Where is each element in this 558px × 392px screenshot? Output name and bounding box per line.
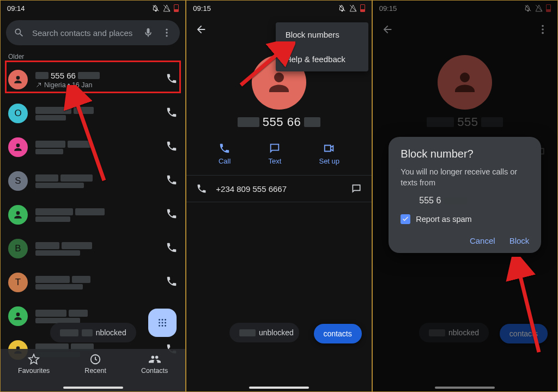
phone-icon <box>196 183 207 194</box>
check-icon <box>402 215 409 223</box>
signal-icon <box>163 4 171 12</box>
call-button[interactable] <box>166 73 178 87</box>
avatar: T <box>8 273 28 292</box>
svg-line-14 <box>241 46 287 85</box>
status-bar: 09:15 <box>186 1 371 16</box>
call-row[interactable]: T <box>1 266 185 299</box>
star-icon <box>28 353 40 365</box>
battery-low-icon <box>174 4 179 12</box>
panel-contact-menu: 09:15 555 66 Call Text Set up <box>186 0 372 392</box>
panel-block-dialog: 09:15 555 Block number? You will no long… <box>372 0 558 392</box>
contact-display-number: 555 66 <box>186 115 371 129</box>
annotation-arrow <box>235 41 295 93</box>
group-icon <box>149 353 161 365</box>
nav-favourites[interactable]: Favourites <box>18 353 50 375</box>
section-label-older: Older <box>1 50 185 63</box>
annotation-arrow <box>63 85 112 185</box>
search-icon <box>14 27 25 38</box>
clock: 09:15 <box>193 4 211 13</box>
spam-checkbox-row[interactable]: Report as spam <box>401 214 529 224</box>
avatar: O <box>8 104 28 123</box>
call-row[interactable]: B <box>1 232 185 266</box>
avatar <box>8 306 28 326</box>
action-setup[interactable]: Set up <box>319 142 339 165</box>
toast-unblocked: unblocked <box>229 323 299 342</box>
block-dialog: Block number? You will no longer receive… <box>389 137 541 253</box>
phone-number-full: +234 809 555 6667 <box>216 184 287 194</box>
svg-line-13 <box>73 92 104 180</box>
status-icons <box>338 4 365 12</box>
nav-handle <box>63 387 123 389</box>
clock: 09:14 <box>7 4 25 13</box>
clock-icon <box>89 353 101 365</box>
call-button[interactable] <box>166 242 178 256</box>
dialog-number: 555 6 <box>401 196 529 206</box>
dialog-block[interactable]: Block <box>510 236 530 245</box>
status-icons <box>152 4 179 12</box>
toast-unblocked: nblocked <box>50 323 136 342</box>
call-row[interactable] <box>1 198 185 232</box>
svg-line-15 <box>517 263 539 352</box>
dnd-icon <box>152 4 160 12</box>
spam-label: Report as spam <box>416 215 471 224</box>
contacts-pill[interactable]: contacts <box>314 324 362 343</box>
dialpad-fab[interactable] <box>148 309 177 337</box>
person-icon <box>13 311 23 322</box>
call-button[interactable] <box>166 106 178 120</box>
avatar: B <box>8 239 28 258</box>
phone-icon <box>219 142 231 154</box>
search-placeholder: Search contacts and places <box>32 28 135 38</box>
person-icon <box>13 74 23 85</box>
action-call[interactable]: Call <box>219 142 231 165</box>
action-text[interactable]: Text <box>268 142 281 165</box>
back-button[interactable] <box>195 23 207 38</box>
person-icon <box>13 142 23 153</box>
nav-recent[interactable]: Recent <box>84 353 106 375</box>
more-icon[interactable] <box>161 27 172 38</box>
message-icon <box>269 142 281 154</box>
avatar <box>8 70 28 89</box>
outgoing-call-icon <box>35 82 42 88</box>
panel-recents: 09:14 Search contacts and places Older 5… <box>0 0 186 392</box>
dialog-body: You will no longer receive calls or text… <box>401 167 529 188</box>
status-bar: 09:14 <box>1 1 185 16</box>
bottom-nav: Favourites Recent Contacts <box>1 349 185 391</box>
call-button[interactable] <box>166 275 178 290</box>
message-icon[interactable] <box>351 183 362 194</box>
mic-icon[interactable] <box>143 27 154 38</box>
avatar <box>8 137 28 157</box>
checkbox-checked[interactable] <box>401 214 410 224</box>
avatar: S <box>8 171 28 191</box>
dialog-cancel[interactable]: Cancel <box>470 236 495 245</box>
contact-actions: Call Text Set up <box>186 139 371 175</box>
dialog-title: Block number? <box>401 148 529 160</box>
call-button[interactable] <box>166 174 178 188</box>
row-number-fragment: 555 66 <box>51 71 76 80</box>
dialpad-icon <box>156 317 168 329</box>
call-button[interactable] <box>166 140 178 154</box>
call-button[interactable] <box>166 208 178 222</box>
dnd-icon <box>338 4 346 12</box>
signal-icon <box>349 4 357 12</box>
battery-low-icon <box>360 4 365 12</box>
video-icon <box>323 142 335 154</box>
person-icon <box>13 209 23 220</box>
phone-detail-row[interactable]: +234 809 555 6667 <box>186 175 371 202</box>
avatar <box>8 205 28 225</box>
annotation-arrow <box>487 257 547 357</box>
search-bar[interactable]: Search contacts and places <box>6 20 180 45</box>
nav-contacts[interactable]: Contacts <box>141 353 168 375</box>
nav-handle <box>249 387 309 389</box>
